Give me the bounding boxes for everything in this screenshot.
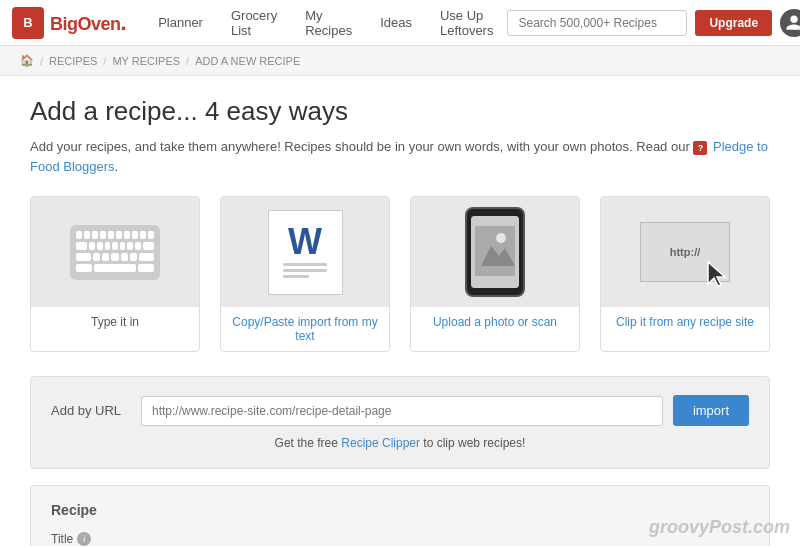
upgrade-button[interactable]: Upgrade — [695, 10, 772, 36]
nav-search-area: Upgrade ••• — [507, 9, 800, 37]
pledge-icon: ? — [693, 141, 707, 155]
url-input[interactable] — [141, 396, 663, 426]
method-clip-label: Clip it from any recipe site — [601, 307, 769, 337]
breadcrumb-sep-3: / — [186, 55, 189, 67]
clipper-link[interactable]: Recipe Clipper — [341, 436, 420, 450]
method-upload-label: Upload a photo or scan — [411, 307, 579, 337]
page-subtitle: Add your recipes, and take them anywhere… — [30, 137, 770, 176]
page-title: Add a recipe... 4 easy ways — [30, 96, 770, 127]
main-content: Add a recipe... 4 easy ways Add your rec… — [0, 76, 800, 546]
nav-link-myrecipes[interactable]: My Recipes — [291, 0, 366, 46]
method-copypaste-label: Copy/Paste import from my text — [221, 307, 389, 351]
logo-icon: B — [12, 7, 44, 39]
word-doc-icon: W — [268, 210, 343, 295]
title-field-label: Title i — [51, 532, 749, 546]
logo-text: BigOven. — [50, 10, 126, 36]
method-clip[interactable]: http:// Clip it from any recipe site — [600, 196, 770, 352]
title-info-icon[interactable]: i — [77, 532, 91, 546]
method-copypaste[interactable]: W Copy/Paste import from my text — [220, 196, 390, 352]
url-row: Add by URL import — [51, 395, 749, 426]
main-nav: B BigOven. Planner Grocery List My Recip… — [0, 0, 800, 46]
breadcrumb-home-icon[interactable]: 🏠 — [20, 54, 34, 67]
method-type-label: Type it in — [31, 307, 199, 337]
method-type-image — [31, 197, 199, 307]
phone-icon — [465, 207, 525, 297]
recipe-section-title: Recipe — [51, 502, 749, 518]
svg-point-3 — [496, 233, 506, 243]
keyboard-icon — [70, 225, 160, 280]
breadcrumb-my-recipes[interactable]: MY RECIPES — [112, 55, 180, 67]
webclip-icon: http:// — [635, 212, 735, 292]
method-upload[interactable]: Upload a photo or scan — [410, 196, 580, 352]
breadcrumb: 🏠 / RECIPES / MY RECIPES / ADD A NEW REC… — [0, 46, 800, 76]
methods-row: Type it in W Copy/Paste import from my t… — [30, 196, 770, 352]
title-field-group: Title i ⧉ — [51, 532, 749, 546]
method-type[interactable]: Type it in — [30, 196, 200, 352]
breadcrumb-sep-1: / — [40, 55, 43, 67]
svg-marker-4 — [708, 262, 725, 286]
logo[interactable]: B BigOven. — [12, 7, 126, 39]
method-upload-image — [411, 197, 579, 307]
avatar[interactable] — [780, 9, 800, 37]
search-input[interactable] — [507, 10, 687, 36]
nav-link-ideas[interactable]: Ideas — [366, 0, 426, 46]
breadcrumb-sep-2: / — [103, 55, 106, 67]
clipper-text: Get the free Recipe Clipper to clip web … — [51, 436, 749, 450]
nav-link-planner[interactable]: Planner — [144, 0, 217, 46]
url-section: Add by URL import Get the free Recipe Cl… — [30, 376, 770, 469]
nav-link-leftovers[interactable]: Use Up Leftovers — [426, 0, 507, 46]
nav-link-grocery[interactable]: Grocery List — [217, 0, 291, 46]
breadcrumb-current: ADD A NEW RECIPE — [195, 55, 300, 67]
import-button[interactable]: import — [673, 395, 749, 426]
nav-links: Planner Grocery List My Recipes Ideas Us… — [144, 0, 507, 46]
url-label: Add by URL — [51, 403, 131, 418]
cursor-icon — [703, 260, 733, 290]
method-copypaste-image: W — [221, 197, 389, 307]
recipe-section: Recipe Title i ⧉ Brief description i — [30, 485, 770, 546]
method-clip-image: http:// — [601, 197, 769, 307]
breadcrumb-recipes[interactable]: RECIPES — [49, 55, 97, 67]
